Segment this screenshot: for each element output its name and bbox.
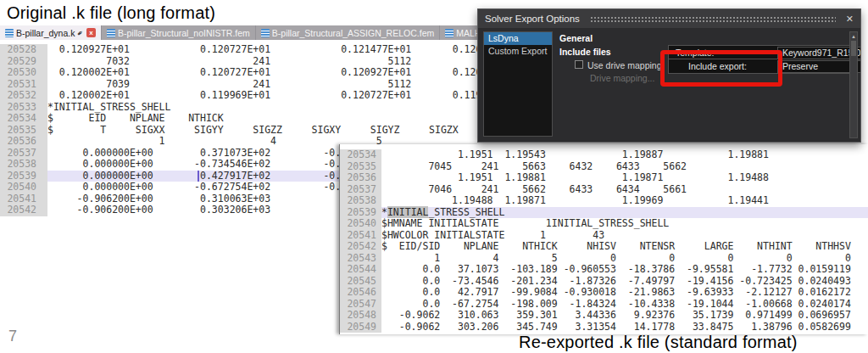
document-icon xyxy=(445,29,453,37)
code-line[interactable]: 20534$ EID NPLANE NTHICK xyxy=(0,113,517,125)
line-text: -0.9062 310.063 359.301 3.44336 9.92376 … xyxy=(381,310,868,322)
line-number: 20544 xyxy=(340,264,381,276)
line-number: 20543 xyxy=(340,253,381,265)
dialog-row-general: General xyxy=(559,31,849,45)
line-text: *INITIAL_STRESS_SHELL xyxy=(381,207,868,219)
line-text: 7032 241 5112 xyxy=(47,56,517,68)
line-text: $HMNAME INITIALSTATE 1INITIAL_STRESS_SHE… xyxy=(381,218,868,230)
line-number: 20539 xyxy=(340,207,381,219)
close-icon[interactable]: ✕ xyxy=(846,14,854,25)
code-line[interactable]: 20529 7032 241 5112 xyxy=(0,56,517,68)
tab-close-icon[interactable]: x xyxy=(86,28,96,37)
code-line[interactable]: 20535 7045 241 5663 6432 6433 5662 xyxy=(340,161,868,173)
tab-label: B-pillar_Structural_noINISTR.fem xyxy=(118,28,250,38)
right-editor[interactable]: 20534 1.1951 1.19543 1.19887 1.198812053… xyxy=(339,144,868,334)
code-line[interactable]: 20548 -0.9062 310.063 359.301 3.44336 9.… xyxy=(340,310,868,322)
line-text: 0.0 -67.2754 -198.009 -1.84324 -10.4338 … xyxy=(381,299,868,311)
code-line[interactable]: 20540$HMNAME INITIALSTATE 1INITIAL_STRES… xyxy=(340,218,868,230)
line-number: 20533 xyxy=(0,102,47,114)
line-number: 20536 xyxy=(0,136,47,148)
code-line[interactable]: 20536 1.1951 1.19881 1.19871 1.19488 xyxy=(340,172,868,184)
page-number: 7 xyxy=(8,328,17,345)
line-number: 20547 xyxy=(340,299,381,311)
line-number: 20542 xyxy=(0,205,47,216)
line-number: 20546 xyxy=(340,287,381,299)
pin-icon[interactable]: ✒ xyxy=(75,27,86,38)
line-text: 7046 241 5662 6433 6434 5661 xyxy=(381,184,868,196)
line-text: 0.120927E+01 0.120727E+01 0.121477E+01 0… xyxy=(47,44,517,56)
tab-bar: B-pillar_dyna.k✒xB-pillar_Structural_noI… xyxy=(0,25,517,40)
dialog-scrollbar[interactable]: ▴ xyxy=(849,31,858,138)
line-text: 7045 241 5663 6432 6433 5662 xyxy=(381,161,868,173)
line-text: $ T SIGXX SIGYY SIGZZ SIGXY SIGYZ SIGZX xyxy=(47,125,517,137)
code-line[interactable]: 20546 0.0 42.7917 -99.9084 -0.930018 -21… xyxy=(340,287,868,299)
line-number: 20538 xyxy=(340,195,381,207)
dialog-title-bar[interactable]: Solver Export Options ✕ xyxy=(478,9,860,28)
code-line[interactable]: 20534 1.1951 1.19543 1.19887 1.19881 xyxy=(340,149,868,161)
line-number: 20536 xyxy=(340,172,381,184)
line-text: 1.1951 1.19543 1.19887 1.19881 xyxy=(381,149,868,161)
line-text: 0.0 37.1073 -103.189 -0.960553 -18.3786 … xyxy=(381,264,868,276)
scrollbar-thumb[interactable] xyxy=(851,41,856,56)
document-icon xyxy=(107,29,115,37)
field-label: Drive mapping... xyxy=(590,73,654,83)
line-number: 20540 xyxy=(340,218,381,230)
document-icon xyxy=(5,29,14,37)
line-number: 20532 xyxy=(0,90,47,102)
line-number: 20537 xyxy=(0,148,47,160)
line-number: 20528 xyxy=(0,44,47,56)
line-number: 20534 xyxy=(340,149,381,161)
code-line[interactable]: 20545 0.0 -73.4546 -201.234 -1.87326 -7.… xyxy=(340,276,868,288)
line-text: $ EID NPLANE NTHICK xyxy=(47,113,517,125)
sidebar-item-lsdyna[interactable]: LsDyna xyxy=(484,32,552,45)
use-drive-mapping-checkbox[interactable] xyxy=(575,60,583,69)
line-number: 20539 xyxy=(0,171,47,182)
line-number: 20545 xyxy=(340,276,381,288)
line-number: 20531 xyxy=(0,79,47,91)
code-line[interactable]: 20544 0.0 37.1073 -103.189 -0.960553 -18… xyxy=(340,264,868,276)
line-text: $ EID/SID NPLANE NTHICK NHISV NTENSR LAR… xyxy=(381,241,868,253)
selected-word: INITIAL xyxy=(387,206,428,218)
dialog-sidebar: LsDynaCustom Export xyxy=(483,31,553,137)
red-annotation-box xyxy=(660,50,782,87)
line-text: 1.19488 1.19871 1.19969 1.19441 xyxy=(381,195,868,207)
code-line[interactable]: 20542$ EID/SID NPLANE NTHICK NHISV NTENS… xyxy=(340,241,868,253)
code-line[interactable]: 20543 1 4 5 0 0 0 0 0 xyxy=(340,253,868,265)
code-line[interactable]: 20531 7039 241 5112 xyxy=(0,79,517,91)
tab-b-pillar-dyna-k[interactable]: B-pillar_dyna.k✒x xyxy=(0,25,102,40)
line-number: 20540 xyxy=(0,182,47,193)
screenshot-root: Original .k file (long format) B-pillar_… xyxy=(0,0,868,353)
sidebar-item-custom-export[interactable]: Custom Export xyxy=(484,45,552,58)
code-line[interactable]: 20539*INITIAL_STRESS_SHELL xyxy=(340,207,868,219)
document-icon xyxy=(261,29,270,37)
code-line[interactable]: 20549 -0.9062 303.206 345.749 3.31354 14… xyxy=(340,322,868,333)
line-text: *INITIAL_STRESS_SHELL xyxy=(47,102,517,114)
field-label: Use drive mapping xyxy=(587,60,662,70)
line-text: $HWCOLOR INITIALSTATE 1 43 xyxy=(381,230,868,242)
line-number: 20530 xyxy=(0,67,47,79)
line-number: 20535 xyxy=(340,161,381,173)
line-number: 20541 xyxy=(0,193,47,205)
tab-b-pillar-structural-assign-reloc-fem[interactable]: B-pillar_Structural_ASSIGN_RELOC.fem xyxy=(256,25,440,40)
code-line[interactable]: 20547 0.0 -67.2754 -198.009 -1.84324 -10… xyxy=(340,299,868,311)
tab-b-pillar-structural-noinistr-fem[interactable]: B-pillar_Structural_noINISTR.fem xyxy=(102,25,256,40)
code-line[interactable]: 20535$ T SIGXX SIGYY SIGZZ SIGXY SIGYZ S… xyxy=(0,125,517,137)
code-line[interactable]: 20533*INITIAL_STRESS_SHELL xyxy=(0,102,517,114)
drag-handle-dots xyxy=(590,16,836,22)
text-cursor xyxy=(198,171,199,182)
line-number: 20548 xyxy=(340,310,381,322)
code-line[interactable]: 20530 0.120002E+01 0.120727E+01 0.120927… xyxy=(0,67,517,79)
line-number: 20549 xyxy=(340,322,381,333)
line-number: 20538 xyxy=(0,159,47,171)
line-number: 20542 xyxy=(340,241,381,253)
code-line[interactable]: 20532 0.120002E+01 0.119969E+01 0.120727… xyxy=(0,90,517,102)
line-number: 20541 xyxy=(340,230,381,242)
code-line[interactable]: 20538 1.19488 1.19871 1.19969 1.19441 xyxy=(340,195,868,207)
line-number: 20534 xyxy=(0,113,47,125)
code-line[interactable]: 20537 7046 241 5662 6433 6434 5661 xyxy=(340,184,868,196)
code-line[interactable]: 20541$HWCOLOR INITIALSTATE 1 43 xyxy=(340,230,868,242)
line-text: 0.0 -73.4546 -201.234 -1.87326 -7.49797 … xyxy=(381,276,868,288)
line-text: 7039 241 5112 xyxy=(47,79,517,91)
code-line[interactable]: 20528 0.120927E+01 0.120727E+01 0.121477… xyxy=(0,44,517,56)
scroll-up-icon[interactable]: ▴ xyxy=(850,32,857,40)
